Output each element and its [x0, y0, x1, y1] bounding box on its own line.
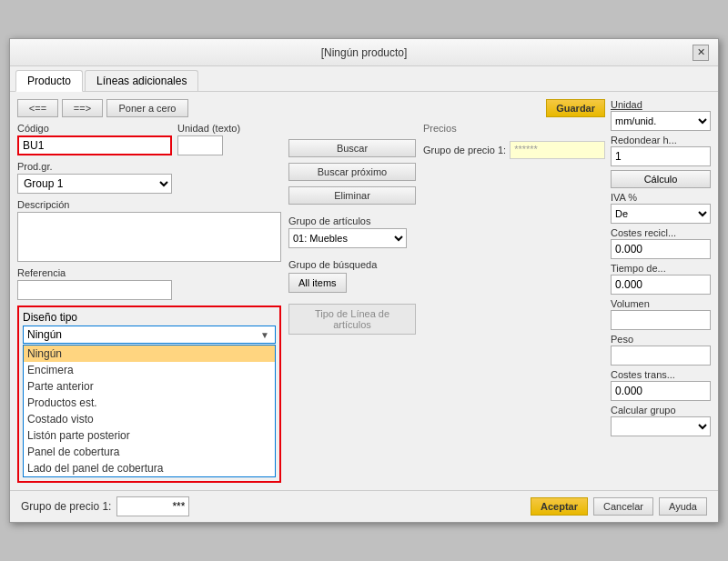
tipo-linea-button[interactable]: Tipo de Línea de artículos: [288, 304, 416, 335]
precios-title: Precios: [423, 123, 605, 134]
guardar-button[interactable]: Guardar: [546, 99, 605, 117]
poner-cero-button[interactable]: Poner a cero: [106, 99, 188, 117]
costes-recicl-group: Costes recicl...: [611, 227, 711, 259]
diseno-tipo-value: Ningún: [24, 326, 255, 343]
mid-panel: Buscar Buscar próximo Eliminar Grupo de …: [288, 99, 416, 483]
ayuda-button[interactable]: Ayuda: [659, 497, 707, 516]
descripcion-textarea[interactable]: [17, 212, 281, 262]
redondear-label: Redondear h...: [611, 135, 711, 145]
iva-group: IVA % De: [611, 192, 711, 224]
buscar-proximo-button[interactable]: Buscar próximo: [288, 163, 416, 181]
precio-row-1: Grupo de precio 1: ******: [423, 141, 605, 159]
grupo-busqueda-section: Grupo de búsqueda All items: [288, 259, 416, 293]
dialog-body: <== ==> Poner a cero Código Unidad (text…: [10, 92, 718, 490]
tab-lineas-adicionales[interactable]: Líneas adicionales: [85, 70, 198, 91]
diseno-tipo-dropdown: Ningún Encimera Parte anterior Productos…: [23, 345, 276, 477]
calcular-grupo-label: Calcular grupo: [611, 405, 711, 416]
bottom-row: Grupo de precio 1: Aceptar Cancelar Ayud…: [10, 490, 718, 522]
left-panel: <== ==> Poner a cero Código Unidad (text…: [17, 99, 281, 483]
peso-input[interactable]: [611, 346, 711, 366]
unidad-group: Unidad mm/unid.: [611, 99, 711, 131]
descripcion-group: Descripción: [17, 199, 281, 262]
grupo-articulos-group: Grupo de artículos 01: Muebles: [288, 215, 416, 248]
calcular-grupo-group: Calcular grupo: [611, 405, 711, 436]
costes-trans-group: Costes trans...: [611, 369, 711, 401]
unidad-texto-input[interactable]: [177, 135, 223, 155]
diseno-tipo-label: Diseño tipo: [23, 311, 276, 324]
close-button[interactable]: ✕: [693, 45, 709, 61]
tiempo-label: Tiempo de...: [611, 263, 711, 274]
diseno-tipo-container: Diseño tipo Ningún ▼ Ningún Encimera Par…: [17, 306, 281, 483]
diseno-option-productos-est[interactable]: Productos est.: [24, 395, 275, 411]
volumen-group: Volumen: [611, 298, 711, 330]
unidad-select[interactable]: mm/unid.: [611, 111, 711, 131]
unidad-text-group: Unidad (texto): [177, 123, 240, 155]
grupo-busqueda-label: Grupo de búsqueda: [288, 259, 416, 270]
tab-producto[interactable]: Producto: [15, 70, 83, 92]
right-content: Guardar Precios Grupo de precio 1: *****…: [423, 99, 711, 483]
diseno-option-lado-panel[interactable]: Lado del panel de cobertura: [24, 460, 275, 476]
diseno-option-parte-anterior[interactable]: Parte anterior: [24, 378, 275, 395]
referencia-label: Referencia: [17, 267, 281, 278]
tiempo-input[interactable]: [611, 275, 711, 295]
top-buttons: <== ==> Poner a cero: [17, 99, 281, 117]
iva-select[interactable]: De: [611, 204, 711, 224]
bottom-grupo-precio-label: Grupo de precio 1:: [21, 500, 111, 513]
redondear-group: Redondear h...: [611, 135, 711, 166]
buscar-button[interactable]: Buscar: [288, 139, 416, 157]
grupo-articulos-select[interactable]: 01: Muebles: [288, 228, 407, 248]
volumen-input[interactable]: [611, 310, 711, 330]
peso-group: Peso: [611, 334, 711, 366]
iva-label: IVA %: [611, 192, 711, 203]
bottom-left: Grupo de precio 1:: [21, 496, 189, 516]
eliminar-button[interactable]: Eliminar: [288, 186, 416, 205]
diseno-tipo-chevron[interactable]: ▼: [255, 328, 275, 342]
redondear-input[interactable]: [611, 146, 711, 166]
costes-trans-label: Costes trans...: [611, 369, 711, 380]
far-right-panel: Unidad mm/unid. Redondear h... Cálculo I…: [611, 99, 711, 483]
calcular-grupo-select[interactable]: [611, 416, 711, 436]
codigo-input[interactable]: [17, 135, 172, 155]
unidad-label: Unidad: [611, 99, 711, 110]
lte-button[interactable]: <==: [17, 99, 58, 117]
cancelar-button[interactable]: Cancelar: [593, 497, 653, 516]
diseno-option-panel[interactable]: Panel de cobertura: [24, 444, 275, 460]
calculo-button[interactable]: Cálculo: [611, 170, 711, 188]
referencia-group: Referencia: [17, 267, 281, 300]
tiempo-group: Tiempo de...: [611, 263, 711, 295]
grupo-precio-label: Grupo de precio 1:: [423, 145, 506, 155]
prodgr-label: Prod.gr.: [17, 161, 281, 172]
grupo-articulos-label: Grupo de artículos: [288, 215, 416, 226]
bottom-right: Aceptar Cancelar Ayuda: [531, 497, 707, 516]
title-bar: [Ningún producto] ✕: [10, 39, 718, 66]
codigo-group: Código: [17, 123, 172, 155]
codigo-row: Código Unidad (texto): [17, 123, 281, 155]
dialog-title: [Ningún producto]: [35, 46, 693, 59]
referencia-input[interactable]: [17, 280, 172, 300]
precios-panel: Guardar Precios Grupo de precio 1: *****…: [423, 99, 605, 483]
costes-recicl-label: Costes recicl...: [611, 227, 711, 238]
diseno-option-costado-visto[interactable]: Costado visto: [24, 411, 275, 427]
codigo-label: Código: [17, 123, 172, 134]
tipo-linea-section: Tipo de Línea de artículos: [288, 304, 416, 335]
costes-trans-input[interactable]: [611, 381, 711, 401]
peso-label: Peso: [611, 334, 711, 345]
volumen-label: Volumen: [611, 298, 711, 309]
gte-button[interactable]: ==>: [62, 99, 103, 117]
guardar-container: Guardar: [423, 99, 605, 117]
aceptar-button[interactable]: Aceptar: [531, 497, 588, 516]
bottom-precio-input[interactable]: [116, 496, 189, 516]
main-dialog: [Ningún producto] ✕ Producto Líneas adic…: [9, 38, 719, 523]
descripcion-label: Descripción: [17, 199, 281, 210]
diseno-option-liston[interactable]: Listón parte posterior: [24, 427, 275, 444]
tabs-container: Producto Líneas adicionales: [10, 66, 718, 92]
diseno-option-ningun[interactable]: Ningún: [24, 346, 275, 362]
all-items-button[interactable]: All items: [288, 273, 347, 293]
grupo-precio-value: ******: [510, 141, 605, 159]
prodgr-select[interactable]: Group 1 Group 2: [17, 174, 172, 194]
costes-recicl-input[interactable]: [611, 239, 711, 259]
diseno-option-encimera[interactable]: Encimera: [24, 362, 275, 378]
prodgr-group: Prod.gr. Group 1 Group 2: [17, 161, 281, 194]
unidad-texto-label: Unidad (texto): [177, 123, 240, 134]
